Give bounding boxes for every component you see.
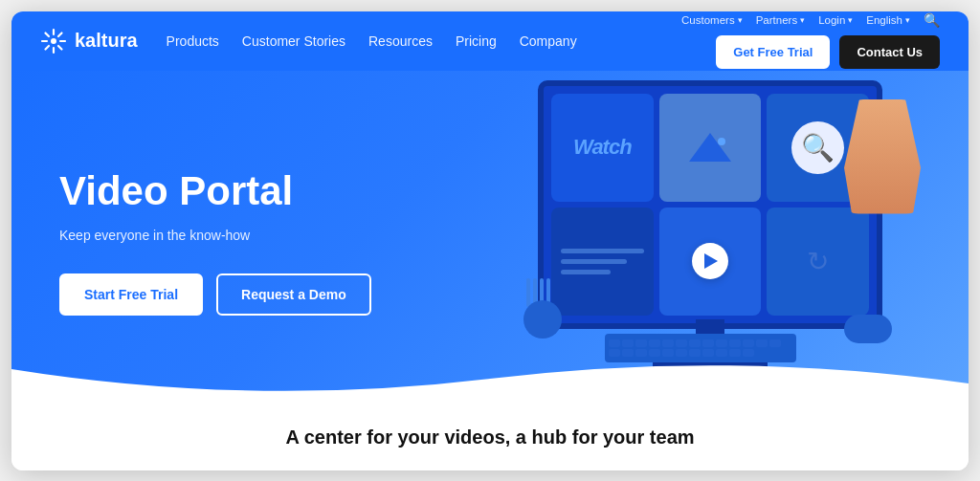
mountain-icon (689, 133, 731, 162)
svg-line-6 (58, 46, 62, 50)
header-action-buttons: Get Free Trial Contact Us (716, 35, 940, 69)
tile-image (659, 94, 762, 202)
chevron-down-icon: ▾ (905, 15, 910, 25)
svg-point-0 (51, 38, 56, 44)
footer-tagline: A center for your videos, a hub for your… (285, 426, 694, 448)
top-nav-login[interactable]: Login ▾ (818, 14, 853, 26)
chevron-down-icon: ▾ (848, 15, 853, 25)
play-button-icon (692, 243, 728, 279)
content-line (561, 270, 611, 274)
nav-products[interactable]: Products (167, 33, 219, 49)
contact-us-button[interactable]: Contact Us (839, 35, 940, 69)
hero-content: Video Portal Keep everyone in the know-h… (11, 71, 410, 405)
tile-play (659, 208, 762, 316)
start-free-trial-button[interactable]: Start Free Trial (59, 273, 203, 316)
top-links: Customers ▾ Partners ▾ Login ▾ English ▾… (681, 12, 940, 28)
footer-band: A center for your videos, a hub for your… (11, 405, 969, 470)
hand-3d-decoration (844, 99, 921, 214)
request-demo-button[interactable]: Request a Demo (216, 273, 371, 316)
nav-customer-stories[interactable]: Customer Stories (242, 33, 345, 49)
header: kaltura Products Customer Stories Resour… (11, 11, 969, 71)
play-triangle-icon (704, 253, 718, 269)
logo-text: kaltura (75, 30, 138, 52)
get-free-trial-button[interactable]: Get Free Trial (716, 35, 830, 69)
pencil (526, 278, 530, 307)
nav-pricing[interactable]: Pricing (456, 33, 497, 49)
hero-title: Video Portal (59, 169, 371, 213)
top-nav-partners[interactable]: Partners ▾ (756, 14, 805, 26)
tile-arrow: ↻ (767, 208, 869, 316)
pencil-cup-decoration (519, 272, 567, 339)
top-nav-english[interactable]: English ▾ (866, 14, 910, 26)
kaltura-logo-icon (40, 28, 67, 55)
mouse-3d-decoration (844, 315, 892, 343)
svg-line-8 (46, 46, 50, 50)
nav-company[interactable]: Company (520, 33, 577, 49)
tile-watch: Watch (551, 94, 654, 202)
main-nav: Products Customer Stories Resources Pric… (167, 33, 681, 49)
header-right: Customers ▾ Partners ▾ Login ▾ English ▾… (681, 12, 940, 69)
search-icon: 🔍 (801, 132, 835, 164)
svg-line-7 (58, 33, 62, 36)
nav-resources[interactable]: Resources (368, 33, 433, 49)
cup-body (523, 300, 562, 339)
monitor-screen: Watch 🔍 (538, 80, 882, 329)
top-nav-customers[interactable]: Customers ▾ (681, 14, 743, 26)
arrow-icon: ↻ (807, 246, 829, 277)
chevron-down-icon: ▾ (738, 15, 743, 25)
page-wrapper: kaltura Products Customer Stories Resour… (11, 11, 969, 470)
chevron-down-icon: ▾ (800, 15, 805, 25)
content-line (561, 259, 627, 264)
logo[interactable]: kaltura (40, 28, 138, 55)
content-line (561, 249, 644, 253)
search-icon[interactable]: 🔍 (924, 12, 940, 28)
hero-buttons: Start Free Trial Request a Demo (59, 273, 371, 316)
hero-section: Video Portal Keep everyone in the know-h… (11, 71, 969, 405)
hero-subtitle: Keep everyone in the know-how (59, 228, 371, 243)
svg-line-5 (46, 33, 50, 36)
search-circle: 🔍 (791, 121, 844, 174)
